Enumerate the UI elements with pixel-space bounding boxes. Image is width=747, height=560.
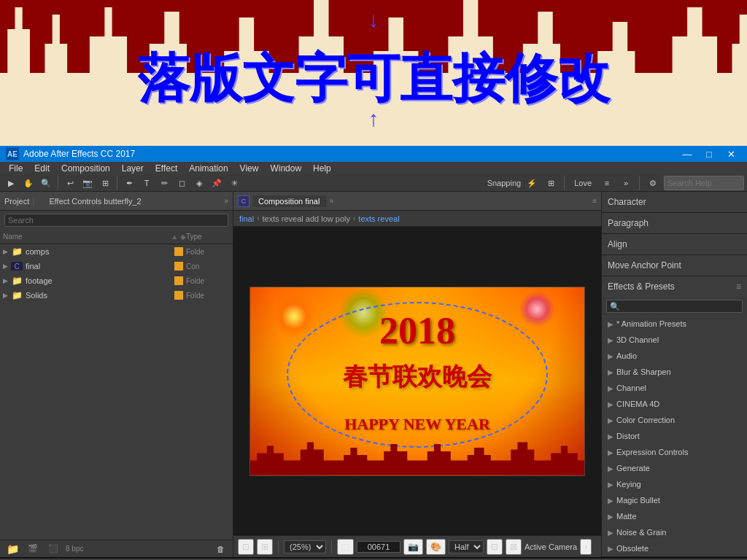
frame-display[interactable] — [357, 541, 400, 553]
preview-image[interactable]: 2018 春节联欢晚会 HAPPY NEW YEAR — [249, 287, 585, 476]
workspace-menu-icon[interactable]: ≡ — [599, 175, 615, 191]
selection-tool[interactable]: ▶ — [3, 175, 19, 191]
close-button[interactable]: ✕ — [721, 146, 741, 162]
file-list-header: Name ▲ ◆ Type — [0, 230, 233, 244]
comp-background: 2018 春节联欢晚会 HAPPY NEW YEAR — [250, 287, 584, 475]
effect-item-blur-sharpen[interactable]: ▶ Blur & Sharpen — [602, 364, 747, 380]
menu-help[interactable]: Help — [307, 162, 337, 175]
character-section-header[interactable]: Character — [602, 192, 747, 212]
obsolete-label: Obsolete — [616, 544, 649, 553]
toolbar-expand-icon[interactable]: » — [618, 175, 634, 191]
left-panel-expand-icon[interactable]: » — [224, 197, 228, 205]
breadcrumb-texts-reveal-low: texts reveal add low poly — [263, 214, 350, 223]
file-item-name: comps — [26, 247, 174, 256]
magic-bullet-label: Magic Bullet — [616, 496, 660, 505]
camera-select-btn[interactable]: › — [580, 539, 592, 555]
menu-effect[interactable]: Effect — [150, 162, 183, 175]
effect-item-noise-grain[interactable]: ▶ Noise & Grain — [602, 524, 747, 540]
menu-composition[interactable]: Composition — [55, 162, 116, 175]
breadcrumb-final[interactable]: final — [239, 214, 254, 223]
effect-item-obsolete[interactable]: ▶ Obsolete — [602, 540, 747, 556]
toolbar-separator-3 — [564, 176, 565, 190]
pen-tool[interactable]: ✒ — [121, 175, 137, 191]
title-bar: AE Adobe After Effects CC 2017 — □ ✕ — [0, 146, 747, 162]
snap-icon[interactable]: ⚡ — [524, 175, 540, 191]
menu-view[interactable]: View — [234, 162, 265, 175]
comp-panel-menu[interactable]: ≡ — [592, 197, 597, 205]
list-item[interactable]: ▶ 📁 footage Folde — [0, 273, 233, 288]
snapping-label: Snapping — [487, 179, 522, 187]
quality-select[interactable]: Half — [449, 540, 484, 553]
menu-layer[interactable]: Layer — [116, 162, 150, 175]
arrow-up-icon: ↑ — [368, 106, 379, 131]
right-section-anchor: Move Anchor Point — [602, 255, 747, 276]
effect-item-channel[interactable]: ▶ Channel — [602, 380, 747, 396]
search-help-box[interactable] — [664, 176, 744, 190]
new-comp-btn[interactable]: 🎬 — [25, 541, 41, 557]
toolbar-separator-4 — [639, 176, 640, 190]
list-item[interactable]: ▶ 📁 comps Folde — [0, 244, 233, 259]
comp-tab-arrow[interactable]: » — [326, 197, 336, 205]
new-folder-btn[interactable]: 📁 — [4, 541, 20, 557]
grid-tool[interactable]: ⊞ — [97, 175, 113, 191]
project-search[interactable] — [0, 211, 233, 230]
maximize-button[interactable]: □ — [699, 146, 719, 162]
new-solid-btn[interactable]: ⬛ — [45, 541, 61, 557]
text-tool[interactable]: T — [139, 175, 155, 191]
view-options-icon[interactable]: ⊞ — [543, 175, 559, 191]
effect-item-expression-controls[interactable]: ▶ Expression Controls — [602, 444, 747, 460]
menu-edit[interactable]: Edit — [28, 162, 55, 175]
effect-controls-tab[interactable]: Effect Controls butterfly_2 — [44, 197, 145, 206]
snapshot-btn[interactable]: 📷 — [403, 539, 423, 555]
paragraph-section-header[interactable]: Paragraph — [602, 213, 747, 233]
trash-btn[interactable]: 🗑 — [212, 541, 228, 557]
search-help-input[interactable] — [667, 179, 740, 187]
fast-preview-btn[interactable]: ⊡ — [487, 539, 503, 555]
search-icon[interactable]: ⚙ — [645, 175, 661, 191]
region-of-interest-btn[interactable]: ⊡ — [238, 539, 254, 555]
menu-file[interactable]: File — [3, 162, 28, 175]
shape-tool[interactable]: ◻ — [174, 175, 190, 191]
effect-item-generate[interactable]: ▶ Generate — [602, 460, 747, 476]
hand-tool[interactable]: ✋ — [20, 175, 36, 191]
expression-controls-label: Expression Controls — [616, 448, 688, 456]
extra-tool[interactable]: ✳ — [226, 175, 242, 191]
zoom-tool[interactable]: 🔍 — [38, 175, 54, 191]
color-picker-btn[interactable]: 🎨 — [426, 539, 446, 555]
effect-item-animation-presets[interactable]: ▶ * Animation Presets — [602, 316, 747, 332]
effect-item-color-correction[interactable]: ▶ Color Correction — [602, 412, 747, 428]
project-search-input[interactable] — [4, 214, 228, 227]
camera-tool[interactable]: 📷 — [80, 175, 96, 191]
transparency-btn[interactable]: ⊠ — [506, 539, 522, 555]
effect-item-cinema4d[interactable]: ▶ CINEMA 4D — [602, 396, 747, 412]
effect-item-3d-channel[interactable]: ▶ 3D Channel — [602, 332, 747, 348]
comp-tab-active[interactable]: Composition final — [252, 195, 326, 207]
effect-arrow-icon: ▶ — [608, 352, 614, 360]
list-item[interactable]: ▶ C final Con — [0, 259, 233, 273]
effect-item-matte[interactable]: ▶ Matte — [602, 508, 747, 524]
3d-channel-label: 3D Channel — [616, 335, 659, 344]
menu-animation[interactable]: Animation — [183, 162, 233, 175]
effects-search-input[interactable] — [606, 300, 743, 313]
effects-menu-icon[interactable]: ≡ — [736, 281, 741, 292]
effect-item-keying[interactable]: ▶ Keying — [602, 476, 747, 492]
menu-window[interactable]: Window — [264, 162, 307, 175]
list-item[interactable]: ▶ 📁 Solids Folde — [0, 288, 233, 303]
effect-item-audio[interactable]: ▶ Audio — [602, 348, 747, 364]
align-section-header[interactable]: Align — [602, 234, 747, 254]
pin-tool[interactable]: 📌 — [209, 175, 225, 191]
right-panel: Character Paragraph Align Move Anchor Po… — [601, 192, 747, 557]
zoom-select[interactable]: (25%) — [284, 540, 326, 553]
brush-tool[interactable]: ✏ — [156, 175, 172, 191]
breadcrumb-texts-reveal[interactable]: texts reveal — [358, 214, 399, 223]
fit-btn[interactable]: ⬚ — [337, 539, 354, 555]
effect-item-distort[interactable]: ▶ Distort — [602, 428, 747, 444]
left-panel: Project | Effect Controls butterfly_2 » … — [0, 192, 233, 557]
undo-tool[interactable]: ↩ — [62, 175, 78, 191]
eraser-tool[interactable]: ◈ — [191, 175, 207, 191]
grid-btn[interactable]: ⊞ — [257, 539, 273, 555]
effect-item-magic-bullet[interactable]: ▶ Magic Bullet — [602, 492, 747, 508]
anchor-section-header[interactable]: Move Anchor Point — [602, 255, 747, 276]
minimize-button[interactable]: — — [677, 146, 697, 162]
file-color-indicator — [174, 262, 183, 271]
